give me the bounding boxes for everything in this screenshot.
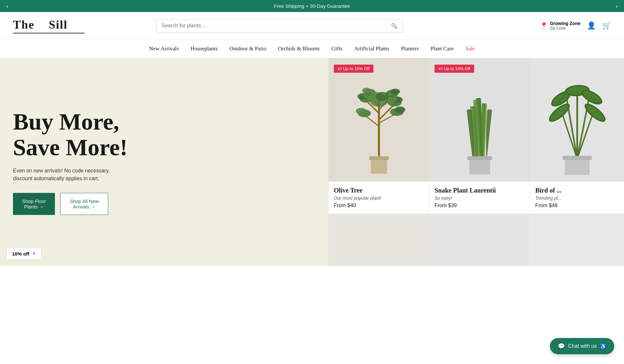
close-discount-button[interactable]: × (32, 251, 35, 257)
hero-title: Buy More,Save More! (13, 109, 128, 160)
plant-card-snake-plant[interactable]: 🏷 Up to 14% Off (429, 58, 530, 266)
banner-next-button[interactable]: › (609, 3, 624, 9)
svg-rect-25 (369, 156, 389, 160)
location-icon: 📍 (540, 22, 548, 30)
nav-planters[interactable]: Planters (401, 45, 419, 52)
hero-subtitle: Even on new arrivals! No code necessary,… (13, 167, 128, 182)
plant-card-bird-of-paradise[interactable]: Bird of ... Trending pl... From $49 (530, 58, 624, 266)
bird-of-paradise-info: Bird of ... Trending pl... From $49 (530, 182, 624, 214)
account-button[interactable]: 👤 (587, 21, 596, 30)
search-icon: 🔍 (391, 23, 397, 29)
svg-rect-46 (565, 158, 590, 175)
nav-new-arrivals[interactable]: New Arrivals (149, 45, 179, 52)
discount-badge: 10% off × (6, 248, 41, 259)
account-icon: 👤 (587, 21, 596, 30)
cart-icon: 🛒 (602, 21, 611, 30)
hero-buttons: Shop FloorPlants → Shop All NewArrivals … (13, 193, 128, 215)
olive-tree-name: Olive Tree (334, 187, 424, 194)
svg-rect-26 (469, 158, 490, 174)
svg-point-40 (548, 103, 570, 123)
snake-plant-price: From $39 (435, 203, 525, 208)
olive-tree-info: Olive Tree Our most popular plant! From … (329, 182, 429, 214)
snake-plant-discount-tag: 🏷 Up to 14% Off (435, 65, 474, 73)
shop-all-new-arrivals-button[interactable]: Shop All NewArrivals → (60, 193, 108, 215)
zip-code-label: Zip Code: (550, 26, 580, 31)
header: The Sill 🔍 📍 Growing Zone Zip Code: 👤 🛒 (0, 12, 624, 40)
olive-tree-desc: Our most popular plant! (334, 195, 424, 201)
nav-plant-care[interactable]: Plant Care (431, 45, 454, 52)
search-input[interactable] (162, 23, 391, 29)
bird-of-paradise-desc: Trending pl... (535, 195, 619, 201)
nav-gifts[interactable]: Gifts (332, 45, 343, 52)
search-bar: 🔍 (156, 19, 403, 32)
svg-line-31 (561, 110, 577, 159)
banner-text: Free Shipping + 30-Day Guarantee (274, 3, 350, 9)
banner-prev-button[interactable]: ‹ (0, 3, 15, 9)
olive-tree-image (346, 68, 411, 178)
svg-point-42 (584, 103, 606, 123)
nav-outdoor-patio[interactable]: Outdoor & Patio (229, 45, 266, 52)
svg-point-18 (356, 108, 366, 114)
svg-rect-47 (563, 156, 592, 160)
svg-rect-27 (467, 156, 492, 160)
hero-text: Buy More,Save More! Even on new arrivals… (13, 109, 128, 215)
nav-artificial-plants[interactable]: Artificial Plants (354, 45, 389, 52)
growing-zone[interactable]: 📍 Growing Zone Zip Code: (540, 21, 580, 31)
cart-button[interactable]: 🛒 (602, 21, 611, 30)
nav-orchids-blooms[interactable]: Orchids & Blooms (278, 45, 319, 52)
main-nav: New Arrivals Houseplants Outdoor & Patio… (0, 40, 624, 58)
plant-cards: 🏷 Up to 15% Off (328, 58, 624, 266)
svg-point-16 (390, 89, 400, 94)
svg-point-23 (376, 92, 389, 101)
bird-of-paradise-image (541, 68, 613, 178)
header-right: 📍 Growing Zone Zip Code: 👤 🛒 (540, 21, 611, 31)
plant-card-olive-tree[interactable]: 🏷 Up to 15% Off (328, 58, 429, 266)
nav-houseplants[interactable]: Houseplants (190, 45, 218, 52)
snake-plant-name: Snake Plant Laurentii (435, 187, 525, 194)
svg-point-20 (395, 107, 405, 113)
olive-tree-price: From $40 (334, 203, 424, 208)
nav-sale[interactable]: Sale (465, 45, 475, 52)
discount-text: 10% off (12, 251, 29, 257)
logo[interactable]: The Sill (13, 18, 84, 33)
top-banner: ‹ Free Shipping + 30-Day Guarantee › (0, 0, 624, 12)
growing-zone-label: Growing Zone (550, 21, 580, 26)
snake-plant-image (447, 68, 512, 178)
olive-tree-discount-tag: 🏷 Up to 15% Off (334, 65, 373, 73)
snake-plant-info: Snake Plant Laurentii So easy! From $39 (429, 182, 530, 214)
shop-floor-plants-button[interactable]: Shop FloorPlants → (13, 193, 55, 215)
snake-plant-desc: So easy! (435, 195, 525, 201)
bird-of-paradise-price: From $49 (535, 203, 619, 208)
svg-point-14 (362, 88, 371, 94)
hero-section: Buy More,Save More! Even on new arrivals… (0, 58, 624, 266)
svg-rect-24 (371, 158, 387, 174)
bird-of-paradise-name: Bird of ... (535, 187, 619, 194)
